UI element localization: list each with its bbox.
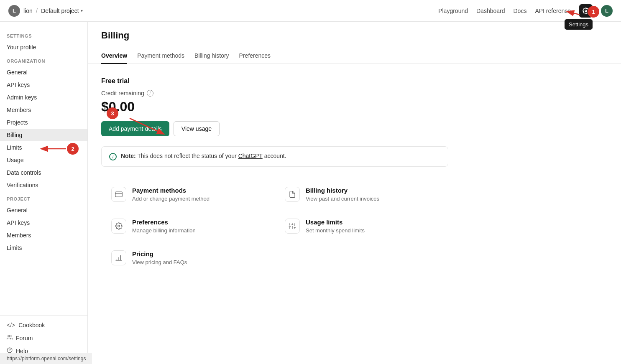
tab-overview[interactable]: Overview xyxy=(101,48,127,64)
main-layout: SETTINGS Your profile ORGANIZATION Gener… xyxy=(0,22,621,364)
nav-right: Playground Dashboard Docs API reference … xyxy=(438,4,613,18)
settings-button[interactable]: Settings xyxy=(579,4,593,18)
sidebar-item-project-api-keys[interactable]: API keys xyxy=(0,216,87,229)
note-info-icon: i xyxy=(109,153,117,160)
chatgpt-link[interactable]: ChatGPT xyxy=(238,153,263,159)
sidebar-item-verifications[interactable]: Verifications xyxy=(0,179,87,191)
sidebar-item-admin-keys[interactable]: Admin keys xyxy=(0,91,87,104)
sidebar-item-general-org[interactable]: General xyxy=(0,66,87,79)
playground-link[interactable]: Playground xyxy=(438,8,468,14)
usage-limits-card[interactable]: Usage limits Set monthly spend limits xyxy=(275,210,448,242)
add-payment-button[interactable]: Add payment details xyxy=(101,121,169,136)
info-icon[interactable]: i xyxy=(147,90,153,97)
sidebar: SETTINGS Your profile ORGANIZATION Gener… xyxy=(0,22,88,364)
sidebar-item-label: General xyxy=(7,69,28,76)
sidebar-item-label: Members xyxy=(7,232,31,239)
payment-methods-title: Payment methods xyxy=(132,187,210,194)
sidebar-item-label: API keys xyxy=(7,81,30,88)
svg-point-1 xyxy=(8,335,10,337)
payment-methods-info: Payment methods Add or change payment me… xyxy=(132,187,210,202)
sidebar-item-label: API keys xyxy=(7,219,30,226)
sidebar-item-label: Data controls xyxy=(7,169,41,176)
top-navigation: L lion / Default project ▾ Playground Da… xyxy=(0,0,621,22)
organization-section-label: ORGANIZATION xyxy=(0,53,87,66)
sidebar-item-billing[interactable]: Billing xyxy=(0,129,87,141)
user-badge[interactable]: L xyxy=(8,5,20,17)
note-text: Note: This does not reflect the status o… xyxy=(121,153,286,159)
sidebar-item-label: Your profile xyxy=(7,44,36,51)
sidebar-item-data-controls[interactable]: Data controls xyxy=(0,166,87,179)
payment-methods-desc: Add or change payment method xyxy=(132,196,210,202)
usage-limits-title: Usage limits xyxy=(306,219,365,226)
note-body-text: This does not reflect the status of your xyxy=(137,153,236,159)
tab-bar: Overview Payment methods Billing history… xyxy=(88,48,621,64)
sidebar-item-cookbook[interactable]: </> Cookbook xyxy=(0,319,87,331)
credit-label-text: Credit remaining xyxy=(101,90,144,97)
sidebar-item-limits[interactable]: Limits xyxy=(0,141,87,154)
status-bar: https://platform.openai.com/settings xyxy=(0,353,92,364)
project-name-label: Default project xyxy=(41,8,79,14)
user-name[interactable]: lion xyxy=(23,8,33,14)
code-icon: </> xyxy=(7,322,15,328)
tab-billing-history[interactable]: Billing history xyxy=(194,48,229,64)
credit-label: Credit remaining i xyxy=(101,90,451,97)
sidebar-item-label: Cookbook xyxy=(18,322,45,328)
gear-icon xyxy=(583,8,589,14)
tab-payment-methods[interactable]: Payment methods xyxy=(137,48,184,64)
preferences-info: Preferences Manage billing information xyxy=(132,219,196,234)
main-content: Billing Overview Payment methods Billing… xyxy=(88,22,621,364)
api-reference-link[interactable]: API reference xyxy=(535,8,571,14)
chevron-down-icon: ▾ xyxy=(81,8,83,13)
settings-icon xyxy=(115,222,123,230)
payment-methods-card[interactable]: Payment methods Add or change payment me… xyxy=(101,178,275,210)
sidebar-item-label: Members xyxy=(7,107,31,113)
billing-history-info: Billing history View past and current in… xyxy=(306,187,379,202)
billing-history-card[interactable]: Billing history View past and current in… xyxy=(275,178,448,210)
view-usage-button[interactable]: View usage xyxy=(174,121,220,136)
payment-methods-icon-wrap xyxy=(111,187,126,202)
sidebar-item-members[interactable]: Members xyxy=(0,104,87,116)
breadcrumb-sep: / xyxy=(36,7,38,15)
sidebar-item-project-members[interactable]: Members xyxy=(0,229,87,242)
sidebar-item-project-limits[interactable]: Limits xyxy=(0,242,87,254)
billing-history-title: Billing history xyxy=(306,187,379,194)
sidebar-item-general-project[interactable]: General xyxy=(0,204,87,216)
svg-point-6 xyxy=(118,225,120,227)
sidebar-item-label: Admin keys xyxy=(7,94,37,101)
settings-section-label: SETTINGS xyxy=(0,28,87,41)
project-section-label: PROJECT xyxy=(0,191,87,204)
svg-rect-4 xyxy=(115,192,123,197)
users-icon xyxy=(7,334,13,341)
project-selector[interactable]: Default project ▾ xyxy=(41,8,82,14)
billing-history-desc: View past and current invoices xyxy=(306,196,379,202)
sidebar-item-label: Limits xyxy=(7,144,22,151)
preferences-card[interactable]: Preferences Manage billing information xyxy=(101,210,275,242)
sidebar-item-forum[interactable]: Forum xyxy=(0,331,87,344)
sidebar-item-usage[interactable]: Usage xyxy=(0,154,87,166)
billing-history-icon-wrap xyxy=(285,187,300,202)
svg-point-0 xyxy=(585,10,587,12)
sliders-icon xyxy=(289,222,296,230)
dashboard-link[interactable]: Dashboard xyxy=(476,8,505,14)
pricing-card[interactable]: Pricing View pricing and FAQs xyxy=(101,242,275,274)
action-buttons: Add payment details View usage xyxy=(101,121,451,136)
note-box: i Note: This does not reflect the status… xyxy=(101,146,448,167)
tab-preferences[interactable]: Preferences xyxy=(239,48,271,64)
pricing-icon-wrap xyxy=(111,250,126,265)
usage-limits-info: Usage limits Set monthly spend limits xyxy=(306,219,365,234)
sidebar-item-projects[interactable]: Projects xyxy=(0,116,87,129)
usage-limits-desc: Set monthly spend limits xyxy=(306,227,365,234)
file-icon xyxy=(289,191,296,198)
preferences-title: Preferences xyxy=(132,219,196,226)
billing-content: Free trial Credit remaining i $0.00 Add … xyxy=(88,64,464,287)
bar-chart-icon xyxy=(115,254,123,262)
sidebar-item-api-keys[interactable]: API keys xyxy=(0,79,87,91)
user-avatar[interactable]: L xyxy=(601,5,613,17)
free-trial-heading: Free trial xyxy=(101,77,451,85)
billing-cards-grid: Payment methods Add or change payment me… xyxy=(101,178,448,274)
sidebar-item-your-profile[interactable]: Your profile xyxy=(0,41,87,53)
sidebar-item-label: Projects xyxy=(7,119,28,126)
sidebar-item-label: Forum xyxy=(16,335,33,341)
docs-link[interactable]: Docs xyxy=(513,8,526,14)
nav-left: L lion / Default project ▾ xyxy=(8,5,83,17)
